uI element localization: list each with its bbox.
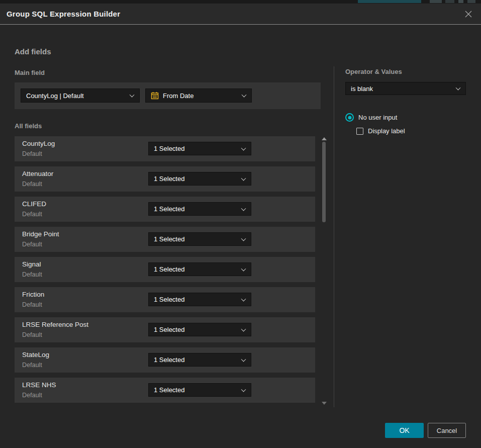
field-dropdown-value: From Date	[163, 92, 194, 100]
field-view-label: Default	[22, 362, 42, 369]
background-fragment	[467, 0, 475, 3]
chevron-down-icon	[241, 387, 246, 392]
field-view-label: Default	[22, 392, 42, 399]
scrollbar-down-arrow[interactable]	[322, 402, 327, 405]
field-row: CLIFED Default 1 Selected	[15, 197, 315, 222]
field-view-label: Default	[22, 181, 42, 188]
field-row: LRSE Reference Post Default 1 Selected	[15, 317, 315, 342]
background-fragment	[358, 0, 421, 3]
all-fields-list: CountyLog Default 1 Selected Attenuator …	[15, 136, 315, 408]
chevron-down-icon	[241, 356, 246, 362]
all-fields-label: All fields	[15, 122, 42, 130]
field-row: CountyLog Default 1 Selected	[15, 136, 315, 161]
field-row: LRSE NHS Default 1 Selected	[15, 378, 315, 403]
field-name: CountyLog	[22, 140, 55, 147]
operator-dropdown[interactable]: is blank	[345, 82, 466, 95]
chevron-down-icon	[241, 236, 246, 241]
field-view-label: Default	[22, 271, 42, 278]
no-user-input-radio[interactable]: No user input	[345, 113, 397, 122]
field-name: LRSE Reference Post	[22, 321, 88, 328]
field-selected-value: 1 Selected	[154, 205, 184, 213]
field-view-label: Default	[22, 211, 42, 218]
field-selected-value: 1 Selected	[154, 235, 184, 243]
background-app-bar	[0, 0, 481, 4]
field-selected-value: 1 Selected	[154, 145, 184, 152]
dialog-title: Group SQL Expression Builder	[7, 4, 120, 25]
chevron-down-icon	[241, 326, 246, 331]
chevron-down-icon	[241, 145, 246, 150]
field-name: Attenuator	[22, 170, 53, 177]
group-sql-expression-builder-dialog: Group SQL Expression Builder Add fields …	[0, 4, 481, 448]
field-name: LRSE NHS	[22, 381, 56, 389]
field-selected-dropdown[interactable]: 1 Selected	[148, 353, 251, 367]
layer-dropdown-value: CountyLog | Default	[26, 92, 84, 100]
field-selected-dropdown[interactable]: 1 Selected	[148, 232, 251, 246]
field-selected-value: 1 Selected	[154, 296, 184, 303]
background-fragment	[445, 0, 454, 3]
field-selected-value: 1 Selected	[154, 326, 184, 333]
display-label-label: Display label	[368, 127, 405, 135]
field-name: Bridge Point	[22, 230, 59, 238]
field-selected-dropdown[interactable]: 1 Selected	[148, 202, 251, 216]
date-calendar-icon	[151, 92, 159, 100]
field-name: Friction	[22, 291, 44, 298]
add-fields-heading: Add fields	[15, 47, 51, 56]
field-row: Signal Default 1 Selected	[15, 257, 315, 282]
chevron-down-icon	[241, 206, 246, 211]
no-user-input-label: No user input	[358, 114, 397, 121]
field-selected-dropdown[interactable]: 1 Selected	[148, 262, 251, 276]
field-selected-value: 1 Selected	[154, 265, 184, 273]
field-name: Signal	[22, 260, 41, 268]
field-selected-value: 1 Selected	[154, 356, 184, 364]
screen: Group SQL Expression Builder Add fields …	[0, 0, 481, 448]
field-name: StateLog	[22, 351, 49, 359]
scrollbar-thumb[interactable]	[322, 142, 326, 222]
field-selected-dropdown[interactable]: 1 Selected	[148, 142, 251, 155]
operator-dropdown-value: is blank	[351, 85, 373, 93]
chevron-down-icon	[456, 85, 461, 91]
field-row: StateLog Default 1 Selected	[15, 347, 315, 373]
field-view-label: Default	[22, 150, 42, 157]
chevron-down-icon	[130, 93, 135, 98]
cancel-button[interactable]: Cancel	[428, 423, 466, 438]
chevron-down-icon	[241, 296, 246, 301]
field-row: Attenuator Default 1 Selected	[15, 166, 315, 192]
field-row: Bridge Point Default 1 Selected	[15, 227, 315, 252]
field-selected-dropdown[interactable]: 1 Selected	[148, 323, 251, 336]
field-view-label: Default	[22, 301, 42, 308]
field-selected-value: 1 Selected	[154, 175, 184, 183]
background-fragment	[430, 0, 442, 3]
scrollbar-up-arrow[interactable]	[322, 137, 327, 140]
field-dropdown[interactable]: From Date	[145, 88, 252, 103]
field-selected-value: 1 Selected	[154, 386, 184, 394]
chevron-down-icon	[241, 175, 246, 181]
ok-button[interactable]: OK	[385, 423, 424, 438]
field-view-label: Default	[22, 331, 42, 338]
field-selected-dropdown[interactable]: 1 Selected	[148, 293, 251, 306]
display-label-checkbox[interactable]: Display label	[356, 127, 405, 135]
main-field-label: Main field	[15, 69, 45, 76]
field-selected-dropdown[interactable]: 1 Selected	[148, 172, 251, 186]
field-name: CLIFED	[22, 200, 46, 208]
radio-selected-icon	[345, 113, 354, 122]
checkbox-unchecked-icon	[356, 128, 363, 135]
dialog-titlebar: Group SQL Expression Builder	[0, 4, 481, 25]
background-fragment	[458, 0, 463, 3]
field-selected-dropdown[interactable]: 1 Selected	[148, 383, 251, 397]
chevron-down-icon	[241, 266, 246, 271]
layer-dropdown[interactable]: CountyLog | Default	[21, 88, 140, 103]
field-view-label: Default	[22, 241, 42, 248]
chevron-down-icon	[242, 93, 247, 98]
field-row: Friction Default 1 Selected	[15, 287, 315, 312]
close-icon[interactable]	[463, 9, 473, 19]
operator-values-label: Operator & Values	[345, 68, 402, 75]
panel-divider	[334, 66, 334, 407]
